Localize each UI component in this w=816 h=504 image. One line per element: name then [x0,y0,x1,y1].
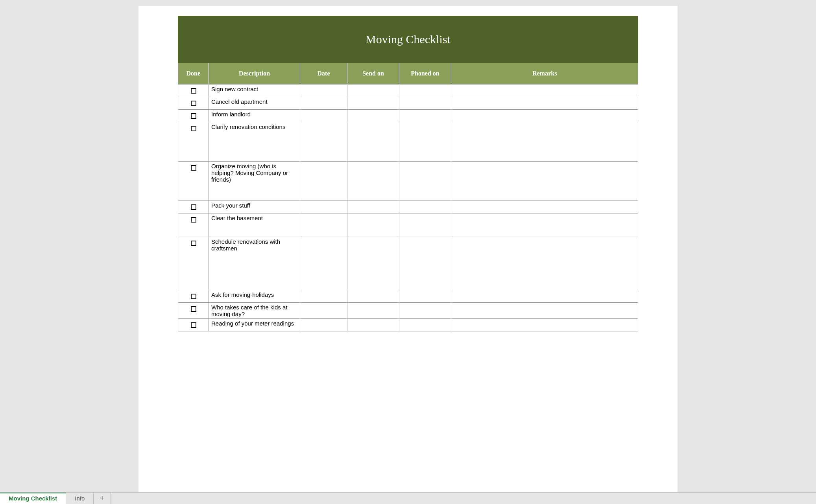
cell-remarks[interactable] [451,303,638,319]
cell-description[interactable]: Who takes care of the kids at moving day… [209,303,300,319]
cell-remarks[interactable] [451,162,638,201]
cell-remarks[interactable] [451,319,638,331]
checkbox-icon[interactable] [191,113,196,119]
cell-remarks[interactable] [451,237,638,290]
cell-description[interactable]: Clear the basement [209,213,300,237]
cell-description[interactable]: Clarify renovation conditions [209,122,300,162]
cell-send-on[interactable] [347,97,399,110]
table-row: Inform landlord [178,110,638,122]
cell-description[interactable]: Organize moving (who is helping? Moving … [209,162,300,201]
tab-info[interactable]: Info [66,493,94,504]
cell-send-on[interactable] [347,237,399,290]
col-done: Done [178,63,209,85]
col-remarks: Remarks [451,63,638,85]
cell-done[interactable] [178,201,209,213]
cell-date[interactable] [300,201,347,213]
cell-remarks[interactable] [451,201,638,213]
cell-send-on[interactable] [347,110,399,122]
cell-phoned-on[interactable] [399,85,451,97]
cell-date[interactable] [300,122,347,162]
cell-date[interactable] [300,97,347,110]
checkbox-icon[interactable] [191,241,196,246]
checkbox-icon[interactable] [191,101,196,106]
table-row: Sign new contract [178,85,638,97]
cell-phoned-on[interactable] [399,97,451,110]
table-row: Reading of your meter readings [178,319,638,331]
cell-remarks[interactable] [451,85,638,97]
cell-phoned-on[interactable] [399,290,451,303]
sheet-tab-bar: Moving Checklist Info + [0,492,816,504]
cell-done[interactable] [178,162,209,201]
tab-moving-checklist[interactable]: Moving Checklist [0,493,66,504]
checkbox-icon[interactable] [191,322,196,328]
checkbox-icon[interactable] [191,294,196,299]
table-row: Pack your stuff [178,201,638,213]
col-send-on: Send on [347,63,399,85]
checkbox-icon[interactable] [191,217,196,223]
cell-done[interactable] [178,97,209,110]
checkbox-icon[interactable] [191,306,196,312]
cell-done[interactable] [178,213,209,237]
cell-date[interactable] [300,319,347,331]
cell-send-on[interactable] [347,122,399,162]
checkbox-icon[interactable] [191,88,196,94]
col-description: Description [209,63,300,85]
cell-done[interactable] [178,237,209,290]
cell-date[interactable] [300,237,347,290]
cell-remarks[interactable] [451,122,638,162]
cell-phoned-on[interactable] [399,303,451,319]
table-row: Clear the basement [178,213,638,237]
cell-send-on[interactable] [347,201,399,213]
page-title: Moving Checklist [178,16,638,63]
tab-add-sheet[interactable]: + [94,493,111,504]
cell-done[interactable] [178,85,209,97]
cell-send-on[interactable] [347,85,399,97]
document-page: Moving Checklist Done Description Date S… [138,6,678,492]
cell-done[interactable] [178,290,209,303]
cell-phoned-on[interactable] [399,213,451,237]
table-row: Who takes care of the kids at moving day… [178,303,638,319]
table-row: Schedule renovations with craftsmen [178,237,638,290]
cell-date[interactable] [300,213,347,237]
cell-date[interactable] [300,85,347,97]
cell-date[interactable] [300,110,347,122]
cell-remarks[interactable] [451,213,638,237]
table-header-row: Done Description Date Send on Phoned on … [178,63,638,85]
cell-remarks[interactable] [451,97,638,110]
cell-done[interactable] [178,319,209,331]
cell-description[interactable]: Cancel old apartment [209,97,300,110]
cell-date[interactable] [300,303,347,319]
table-row: Organize moving (who is helping? Moving … [178,162,638,201]
cell-phoned-on[interactable] [399,122,451,162]
cell-description[interactable]: Ask for moving-holidays [209,290,300,303]
cell-send-on[interactable] [347,213,399,237]
cell-description[interactable]: Reading of your meter readings [209,319,300,331]
cell-description[interactable]: Inform landlord [209,110,300,122]
cell-send-on[interactable] [347,162,399,201]
cell-description[interactable]: Pack your stuff [209,201,300,213]
cell-send-on[interactable] [347,303,399,319]
checkbox-icon[interactable] [191,126,196,131]
cell-phoned-on[interactable] [399,319,451,331]
cell-description[interactable]: Schedule renovations with craftsmen [209,237,300,290]
col-date: Date [300,63,347,85]
cell-done[interactable] [178,110,209,122]
cell-send-on[interactable] [347,319,399,331]
cell-remarks[interactable] [451,110,638,122]
cell-remarks[interactable] [451,290,638,303]
table-row: Clarify renovation conditions [178,122,638,162]
checkbox-icon[interactable] [191,165,196,171]
cell-send-on[interactable] [347,290,399,303]
cell-done[interactable] [178,122,209,162]
cell-phoned-on[interactable] [399,110,451,122]
cell-phoned-on[interactable] [399,237,451,290]
cell-date[interactable] [300,162,347,201]
cell-description[interactable]: Sign new contract [209,85,300,97]
cell-phoned-on[interactable] [399,162,451,201]
cell-done[interactable] [178,303,209,319]
checklist-table: Done Description Date Send on Phoned on … [178,63,638,331]
cell-date[interactable] [300,290,347,303]
table-row: Cancel old apartment [178,97,638,110]
checkbox-icon[interactable] [191,204,196,210]
cell-phoned-on[interactable] [399,201,451,213]
